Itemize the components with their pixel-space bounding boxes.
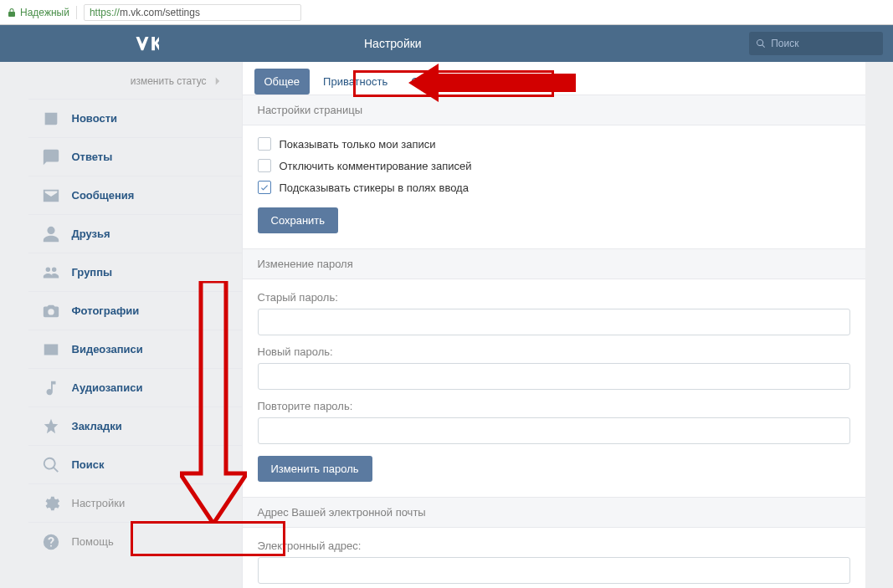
sidebar-item-label: Друзья (72, 228, 110, 240)
sidebar-item-label: Закладки (72, 420, 122, 432)
status-row[interactable]: изменить статус (28, 62, 242, 99)
section-password: Старый пароль: Новый пароль: Повторите п… (243, 279, 865, 498)
sidebar-item-news[interactable]: Новости (28, 99, 242, 137)
sidebar-item-friends[interactable]: Друзья (28, 214, 242, 253)
url-field[interactable]: https://m.vk.com/settings (84, 4, 301, 21)
checkbox-label: Отключить комментирование записей (280, 160, 472, 172)
sidebar-item-groups[interactable]: Группы (28, 253, 242, 291)
news-icon (42, 110, 60, 128)
section-page-settings: Показывать только мои записи Отключить к… (243, 125, 865, 249)
sidebar-item-label: Аудиозаписи (72, 381, 143, 394)
sidebar-item-bookmarks[interactable]: Закладки (28, 406, 242, 445)
checkbox-label: Показывать только мои записи (280, 138, 436, 151)
tab-notifications[interactable]: Оповещения (401, 69, 486, 95)
tab-label: Общее (264, 75, 300, 88)
secure-label: Надежный (20, 7, 69, 18)
gear-icon (42, 494, 60, 513)
section-header-page: Настройки страницы (243, 95, 865, 125)
tab-blacklist[interactable]: Чёрный список (490, 69, 586, 95)
groups-icon (42, 263, 60, 282)
sidebar-item-label: Ответы (72, 151, 113, 163)
checkbox[interactable] (258, 159, 271, 172)
sidebar-item-search[interactable]: Поиск (28, 445, 242, 483)
sidebar-item-label: Помощь (72, 535, 114, 548)
lock-icon (7, 8, 17, 18)
tab-label: Приватность (323, 75, 387, 88)
settings-tabs: Общее Приватность Оповещения Чёрный спис… (243, 62, 865, 95)
vk-logo-icon[interactable] (134, 34, 159, 53)
repeat-password-label: Повторите пароль: (258, 400, 850, 412)
sidebar-item-label: Фотографии (72, 304, 140, 317)
audio-icon (42, 379, 60, 397)
main-content: Общее Приватность Оповещения Чёрный спис… (242, 62, 865, 588)
checkbox[interactable] (258, 137, 271, 151)
checkbox-row-stickers[interactable]: Подсказывать стикеры в полях ввода (258, 181, 850, 194)
status-label: изменить статус (131, 75, 207, 87)
bookmarks-icon (42, 417, 60, 436)
sidebar-item-label: Группы (72, 266, 113, 279)
messages-icon (42, 187, 60, 205)
check-icon (259, 182, 269, 192)
section-email: Электронный адрес: Сохранить адрес (243, 528, 865, 588)
sidebar-item-audio[interactable]: Аудиозаписи (28, 368, 242, 406)
search-nav-icon (42, 456, 60, 474)
search-icon (756, 38, 766, 49)
sidebar-item-help[interactable]: Помощь (28, 522, 242, 560)
sidebar-item-videos[interactable]: Видеозаписи (28, 330, 242, 368)
save-page-settings-button[interactable]: Сохранить (258, 207, 339, 233)
tab-label: Чёрный список (500, 75, 576, 88)
section-header-password: Изменение пароля (243, 249, 865, 279)
new-password-label: Новый пароль: (258, 345, 850, 358)
photos-icon (42, 302, 60, 320)
secure-badge: Надежный (7, 7, 69, 18)
url-scheme: https:// (90, 7, 120, 18)
sidebar-item-messages[interactable]: Сообщения (28, 176, 242, 214)
sidebar: изменить статус Новости Ответы Сообщения… (28, 62, 242, 588)
repeat-password-input[interactable] (258, 417, 850, 444)
sidebar-item-label: Настройки (72, 497, 126, 509)
browser-address-bar: Надежный https://m.vk.com/settings (0, 0, 893, 25)
sidebar-item-label: Видеозаписи (72, 343, 143, 355)
sidebar-item-label: Сообщения (72, 189, 135, 202)
new-password-input[interactable] (258, 363, 850, 390)
replies-icon (42, 148, 60, 166)
checkbox-row-own-posts[interactable]: Показывать только мои записи (258, 137, 850, 151)
url-text: m.vk.com/settings (120, 7, 200, 18)
checkbox-label: Подсказывать стикеры в полях ввода (280, 182, 469, 194)
app-header: Настройки (0, 25, 893, 62)
videos-icon (42, 340, 60, 359)
old-password-label: Старый пароль: (258, 291, 850, 304)
sidebar-item-replies[interactable]: Ответы (28, 137, 242, 176)
search-input[interactable] (771, 38, 875, 49)
email-label: Электронный адрес: (258, 539, 850, 552)
sidebar-item-label: Новости (72, 112, 118, 125)
help-icon (42, 533, 60, 551)
friends-icon (42, 225, 60, 243)
checkbox-row-disable-comments[interactable]: Отключить комментирование записей (258, 159, 850, 172)
tab-general[interactable]: Общее (254, 69, 310, 95)
checkbox[interactable] (258, 181, 271, 194)
sidebar-item-label: Поиск (72, 458, 105, 471)
sidebar-item-photos[interactable]: Фотографии (28, 291, 242, 330)
old-password-input[interactable] (258, 309, 850, 335)
chevron-right-icon (210, 74, 225, 89)
header-search[interactable] (749, 32, 883, 55)
change-password-button[interactable]: Изменить пароль (258, 456, 372, 482)
section-header-email: Адрес Вашей электронной почты (243, 498, 865, 528)
page-title: Настройки (364, 37, 422, 50)
tab-label: Оповещения (411, 75, 476, 88)
tab-privacy[interactable]: Приватность (313, 69, 398, 95)
email-input[interactable] (258, 557, 850, 584)
sidebar-item-settings[interactable]: Настройки (28, 483, 242, 522)
